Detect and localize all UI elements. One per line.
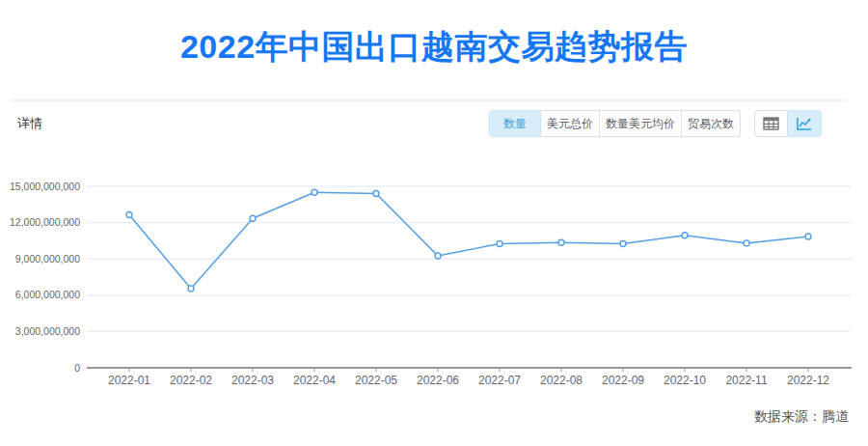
svg-text:2022-07: 2022-07 xyxy=(478,374,521,387)
chart-view-button[interactable] xyxy=(788,110,822,137)
table-icon xyxy=(763,117,779,130)
metric-tab-group: 数量 美元总价 数量美元均价 贸易次数 xyxy=(489,110,741,137)
svg-text:2022-02: 2022-02 xyxy=(170,374,212,387)
svg-text:12,000,000,000: 12,000,000,000 xyxy=(10,216,80,228)
view-toggle-group xyxy=(754,110,822,137)
svg-text:2022-10: 2022-10 xyxy=(664,374,706,387)
svg-text:2022-09: 2022-09 xyxy=(602,374,644,387)
svg-text:2022-05: 2022-05 xyxy=(355,374,397,387)
section-label: 详情 xyxy=(17,115,42,132)
svg-text:2022-06: 2022-06 xyxy=(417,374,459,387)
metric-tab-trade-count[interactable]: 贸易次数 xyxy=(682,110,741,137)
svg-text:2022-08: 2022-08 xyxy=(540,374,583,387)
svg-text:2022-03: 2022-03 xyxy=(231,374,274,387)
svg-text:6,000,000,000: 6,000,000,000 xyxy=(15,289,80,300)
svg-text:3,000,000,000: 3,000,000,000 xyxy=(15,325,80,337)
svg-text:2022-01: 2022-01 xyxy=(108,374,150,387)
svg-text:0: 0 xyxy=(74,362,80,374)
report-page: 2022年中国出口越南交易趋势报告 详情 数量 美元总价 数量美元均价 贸易次数 xyxy=(0,0,868,446)
line-chart-icon xyxy=(797,117,812,130)
divider xyxy=(10,99,847,101)
trend-chart: 03,000,000,0006,000,000,0009,000,000,000… xyxy=(0,154,868,407)
metric-tab-usd-total[interactable]: 美元总价 xyxy=(541,110,600,137)
svg-text:2022-12: 2022-12 xyxy=(787,374,829,387)
source-note: 数据来源：腾道 xyxy=(754,408,849,426)
svg-text:2022-11: 2022-11 xyxy=(725,374,767,387)
svg-text:9,000,000,000: 9,000,000,000 xyxy=(15,253,80,265)
table-view-button[interactable] xyxy=(754,110,788,137)
svg-text:15,000,000,000: 15,000,000,000 xyxy=(10,181,80,192)
metric-tab-usd-average[interactable]: 数量美元均价 xyxy=(600,110,682,137)
svg-text:2022-04: 2022-04 xyxy=(293,374,336,387)
toolbar: 数量 美元总价 数量美元均价 贸易次数 xyxy=(489,110,822,137)
page-title: 2022年中国出口越南交易趋势报告 xyxy=(0,25,868,70)
metric-tab-quantity[interactable]: 数量 xyxy=(489,110,541,137)
